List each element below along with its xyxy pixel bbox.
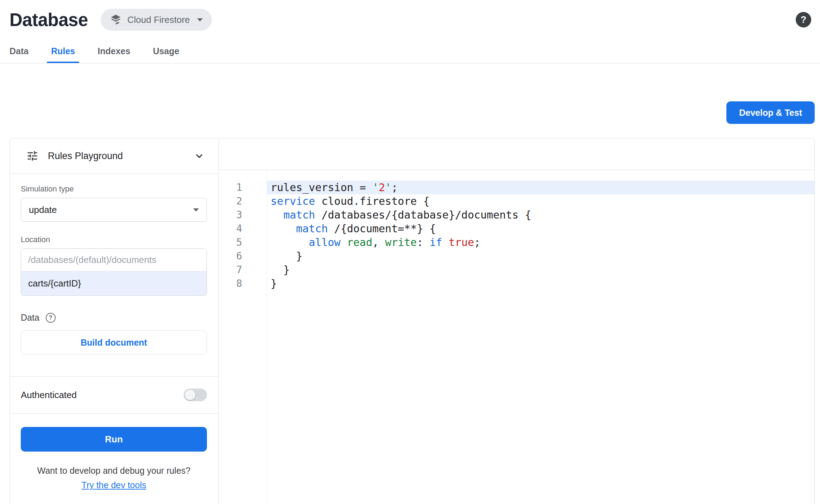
tab-data[interactable]: Data — [10, 39, 29, 63]
playground-title: Rules Playground — [48, 151, 123, 162]
simulation-type-select[interactable]: update — [21, 198, 207, 222]
tab-bar: Data Rules Indexes Usage — [0, 39, 820, 63]
line-number: 7 — [219, 263, 242, 277]
playground-header[interactable]: Rules Playground — [10, 138, 219, 174]
build-document-button[interactable]: Build document — [21, 330, 207, 354]
data-section-header: Data ? — [21, 313, 207, 323]
rules-workbench: Rules Playground Simulation type update … — [10, 138, 815, 504]
playground-body: Simulation type update Location /databas… — [10, 174, 219, 354]
simulation-type-label: Simulation type — [21, 184, 207, 194]
location-prefix: /databases/(default)/documents — [21, 249, 207, 271]
tune-icon — [26, 150, 39, 162]
help-glyph: ? — [801, 14, 807, 25]
code-line[interactable]: rules_version = '2'; — [267, 181, 814, 194]
line-number: 2 — [219, 194, 242, 208]
line-number: 6 — [219, 249, 242, 263]
line-number: 1 — [219, 181, 242, 194]
location-field-group: /databases/(default)/documents carts/{ca… — [21, 248, 207, 296]
editor-gutter: 12345678 — [219, 170, 267, 504]
develop-test-button[interactable]: Develop & Test — [726, 101, 815, 124]
run-button[interactable]: Run — [21, 427, 207, 452]
location-input[interactable]: carts/{cartID} — [21, 271, 207, 295]
authenticated-label: Authenticated — [21, 390, 77, 401]
firestore-icon — [110, 14, 122, 26]
line-number: 8 — [219, 277, 242, 290]
database-selector-label: Cloud Firestore — [127, 14, 190, 25]
dev-tools-hint: Want to develop and debug your rules? — [21, 466, 207, 476]
code-line[interactable]: allow read, write: if true; — [267, 235, 814, 249]
code-line[interactable]: match /databases/{database}/documents { — [267, 208, 814, 222]
chevron-down-icon — [197, 18, 203, 21]
tab-usage[interactable]: Usage — [153, 39, 179, 63]
action-row: Develop & Test — [0, 63, 820, 138]
code-line[interactable]: } — [267, 277, 814, 290]
help-button[interactable]: ? — [796, 12, 811, 27]
code-line[interactable]: } — [267, 263, 814, 277]
code-line[interactable]: } — [267, 249, 814, 263]
select-caret-icon — [193, 208, 199, 212]
line-number: 4 — [219, 222, 242, 235]
tab-rules[interactable]: Rules — [51, 39, 75, 63]
collapse-panel-button[interactable] — [193, 150, 205, 162]
rules-editor: 12345678 rules_version = '2';service clo… — [219, 138, 814, 504]
editor-code[interactable]: rules_version = '2';service cloud.firest… — [267, 170, 814, 504]
firestore-database-page: Database Cloud Firestore ? Data Rules In… — [0, 0, 820, 504]
editor-toolbar — [219, 138, 814, 170]
line-number: 5 — [219, 235, 242, 249]
code-line[interactable]: service cloud.firestore { — [267, 194, 814, 208]
toggle-knob — [185, 390, 195, 400]
simulation-type-value: update — [29, 204, 57, 215]
run-section: Run Want to develop and debug your rules… — [10, 414, 219, 490]
tab-indexes[interactable]: Indexes — [97, 39, 130, 63]
authenticated-toggle[interactable] — [184, 389, 207, 401]
authenticated-row: Authenticated — [10, 377, 219, 413]
rules-playground-panel: Rules Playground Simulation type update … — [10, 138, 219, 504]
location-label: Location — [21, 235, 207, 244]
page-header: Database Cloud Firestore ? — [0, 0, 820, 39]
page-title: Database — [10, 10, 88, 30]
dev-tools-link[interactable]: Try the dev tools — [21, 480, 207, 490]
code-line[interactable]: match /{document=**} { — [267, 222, 814, 235]
data-help-icon[interactable]: ? — [46, 313, 56, 323]
data-label: Data — [21, 313, 39, 323]
line-number: 3 — [219, 208, 242, 222]
database-selector[interactable]: Cloud Firestore — [101, 9, 212, 31]
editor-body[interactable]: 12345678 rules_version = '2';service clo… — [219, 170, 814, 504]
